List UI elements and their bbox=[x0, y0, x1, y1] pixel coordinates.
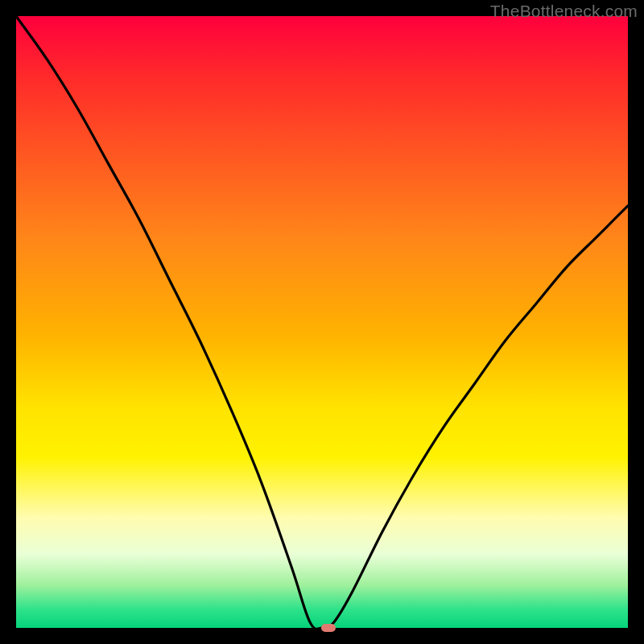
optimal-point-marker bbox=[321, 624, 336, 632]
watermark-text: TheBottleneck.com bbox=[490, 2, 638, 21]
chart-container: TheBottleneck.com bbox=[0, 0, 644, 644]
bottleneck-curve bbox=[16, 16, 628, 628]
